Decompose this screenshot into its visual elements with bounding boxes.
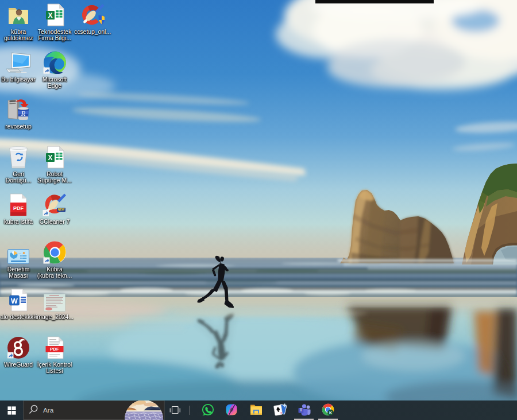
svg-text:PDF: PDF: [50, 347, 59, 352]
svg-text:NEW: NEW: [58, 208, 65, 211]
svg-text:K: K: [329, 411, 332, 415]
svg-text:W: W: [11, 297, 18, 305]
svg-text:X: X: [48, 11, 52, 20]
svg-text:PDF: PDF: [13, 205, 24, 211]
svg-text:X: X: [48, 154, 52, 162]
svg-text:Ara: Ara: [43, 406, 54, 414]
svg-text:R: R: [21, 109, 26, 118]
svg-text:T: T: [300, 408, 303, 412]
